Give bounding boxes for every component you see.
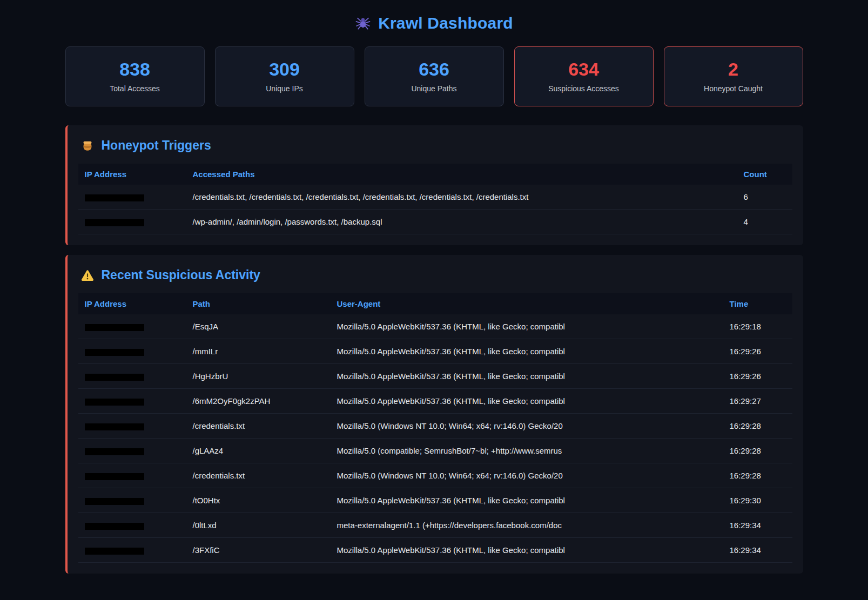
stats-row: 838 Total Accesses 309 Unique IPs 636 Un…: [65, 46, 803, 106]
path-cell: /6mM2OyF0gk2zPAH: [186, 389, 331, 414]
suspicious-row: /tO0Htx Mozilla/5.0 AppleWebKit/537.36 (…: [78, 488, 792, 513]
redacted-ip-bar: [85, 423, 144, 430]
stat-value: 309: [269, 60, 300, 78]
path-cell: /HgHzbrU: [186, 364, 331, 389]
ip-cell: [78, 538, 186, 563]
suspicious-panel-title: Recent Suspicious Activity: [80, 268, 790, 282]
ip-cell: [78, 439, 186, 463]
spider-icon: [355, 15, 371, 31]
time-cell: 16:29:26: [723, 339, 792, 364]
krawl-dashboard: Krawl Dashboard 838 Total Accesses 309 U…: [65, 0, 803, 574]
stat-label: Suspicious Accesses: [548, 84, 619, 93]
user-agent-cell: Mozilla/5.0 AppleWebKit/537.36 (KHTML, l…: [331, 538, 723, 563]
user-agent-cell: Mozilla/5.0 (Windows NT 10.0; Win64; x64…: [331, 414, 723, 439]
suspicious-panel: Recent Suspicious Activity IP Address Pa…: [65, 255, 803, 574]
ip-cell: [78, 314, 186, 339]
column-header-time: Time: [723, 293, 792, 314]
count-cell: 6: [737, 185, 792, 210]
path-cell: /0ltLxd: [186, 513, 331, 538]
column-header-ip: IP Address: [78, 293, 186, 314]
path-cell: /tO0Htx: [186, 488, 331, 513]
redacted-ip-bar: [85, 548, 144, 555]
suspicious-table-body: /EsqJA Mozilla/5.0 AppleWebKit/537.36 (K…: [78, 314, 792, 563]
time-cell: 16:29:28: [723, 414, 792, 439]
suspicious-row: /HgHzbrU Mozilla/5.0 AppleWebKit/537.36 …: [78, 364, 792, 389]
time-cell: 16:29:27: [723, 389, 792, 414]
suspicious-table: IP Address Path User-Agent Time /EsqJA M…: [78, 293, 792, 563]
suspicious-row: /credentials.txt Mozilla/5.0 (Windows NT…: [78, 463, 792, 488]
redacted-ip-bar: [85, 473, 144, 480]
stat-label: Honeypot Caught: [704, 84, 763, 93]
ip-cell: [78, 185, 186, 210]
path-cell: /credentials.txt: [186, 463, 331, 488]
time-cell: 16:29:34: [723, 513, 792, 538]
suspicious-header-row: IP Address Path User-Agent Time: [78, 293, 792, 314]
suspicious-row: /gLAAz4 Mozilla/5.0 (compatible; Semrush…: [78, 439, 792, 463]
ip-cell: [78, 339, 186, 364]
honeypot-icon: [80, 139, 95, 153]
honeypot-header-row: IP Address Accessed Paths Count: [78, 164, 792, 185]
stat-value: 634: [568, 60, 599, 78]
user-agent-cell: Mozilla/5.0 AppleWebKit/537.36 (KHTML, l…: [331, 339, 723, 364]
redacted-ip-bar: [85, 194, 144, 201]
stat-value: 2: [728, 60, 738, 78]
suspicious-row: /0ltLxd meta-externalagent/1.1 (+https:/…: [78, 513, 792, 538]
redacted-ip-bar: [85, 523, 144, 530]
time-cell: 16:29:34: [723, 538, 792, 563]
stat-label: Unique IPs: [266, 84, 302, 93]
stat-label: Unique Paths: [411, 84, 456, 93]
time-cell: 16:29:18: [723, 314, 792, 339]
column-header-user-agent: User-Agent: [331, 293, 723, 314]
time-cell: 16:29:28: [723, 463, 792, 488]
ip-cell: [78, 513, 186, 538]
stat-label: Total Accesses: [110, 84, 160, 93]
user-agent-cell: Mozilla/5.0 AppleWebKit/537.36 (KHTML, l…: [331, 488, 723, 513]
redacted-ip-bar: [85, 448, 144, 455]
warning-icon: [80, 268, 95, 282]
stat-card: 838 Total Accesses: [65, 46, 205, 106]
path-cell: /EsqJA: [186, 314, 331, 339]
stat-card: 2 Honeypot Caught: [664, 46, 803, 106]
time-cell: 16:29:26: [723, 364, 792, 389]
ip-cell: [78, 364, 186, 389]
suspicious-row: /mmILr Mozilla/5.0 AppleWebKit/537.36 (K…: [78, 339, 792, 364]
time-cell: 16:29:30: [723, 488, 792, 513]
redacted-ip-bar: [85, 399, 144, 406]
time-cell: 16:29:28: [723, 439, 792, 463]
page-title: Krawl Dashboard: [378, 14, 513, 32]
column-header-ip: IP Address: [78, 164, 186, 185]
user-agent-cell: Mozilla/5.0 AppleWebKit/537.36 (KHTML, l…: [331, 389, 723, 414]
user-agent-cell: Mozilla/5.0 (compatible; SemrushBot/7~bl…: [331, 439, 723, 463]
honeypot-row: /credentials.txt, /credentials.txt, /cre…: [78, 185, 792, 210]
user-agent-cell: meta-externalagent/1.1 (+https://develop…: [331, 513, 723, 538]
stat-card: 636 Unique Paths: [365, 46, 504, 106]
user-agent-cell: Mozilla/5.0 AppleWebKit/537.36 (KHTML, l…: [331, 364, 723, 389]
stat-card: 309 Unique IPs: [215, 46, 354, 106]
ip-cell: [78, 414, 186, 439]
honeypot-table: IP Address Accessed Paths Count /credent…: [78, 164, 792, 234]
stat-value: 636: [419, 60, 449, 78]
suspicious-row: /6mM2OyF0gk2zPAH Mozilla/5.0 AppleWebKit…: [78, 389, 792, 414]
suspicious-title: Recent Suspicious Activity: [102, 268, 260, 282]
suspicious-row: /EsqJA Mozilla/5.0 AppleWebKit/537.36 (K…: [78, 314, 792, 339]
header: Krawl Dashboard: [65, 6, 803, 46]
honeypot-title: Honeypot Triggers: [102, 138, 211, 153]
path-cell: /mmILr: [186, 339, 331, 364]
count-cell: 4: [737, 210, 792, 234]
suspicious-row: /credentials.txt Mozilla/5.0 (Windows NT…: [78, 414, 792, 439]
path-cell: /gLAAz4: [186, 439, 331, 463]
ip-cell: [78, 210, 186, 234]
redacted-ip-bar: [85, 374, 144, 381]
ip-cell: [78, 389, 186, 414]
column-header-count: Count: [737, 164, 792, 185]
stat-card: 634 Suspicious Accesses: [514, 46, 654, 106]
redacted-ip-bar: [85, 219, 144, 226]
honeypot-panel-title: Honeypot Triggers: [80, 138, 790, 153]
suspicious-row: /3FXfiC Mozilla/5.0 AppleWebKit/537.36 (…: [78, 538, 792, 563]
ip-cell: [78, 488, 186, 513]
redacted-ip-bar: [85, 349, 144, 356]
user-agent-cell: Mozilla/5.0 (Windows NT 10.0; Win64; x64…: [331, 463, 723, 488]
column-header-paths: Accessed Paths: [186, 164, 737, 185]
honeypot-table-body: /credentials.txt, /credentials.txt, /cre…: [78, 185, 792, 234]
redacted-ip-bar: [85, 324, 144, 331]
